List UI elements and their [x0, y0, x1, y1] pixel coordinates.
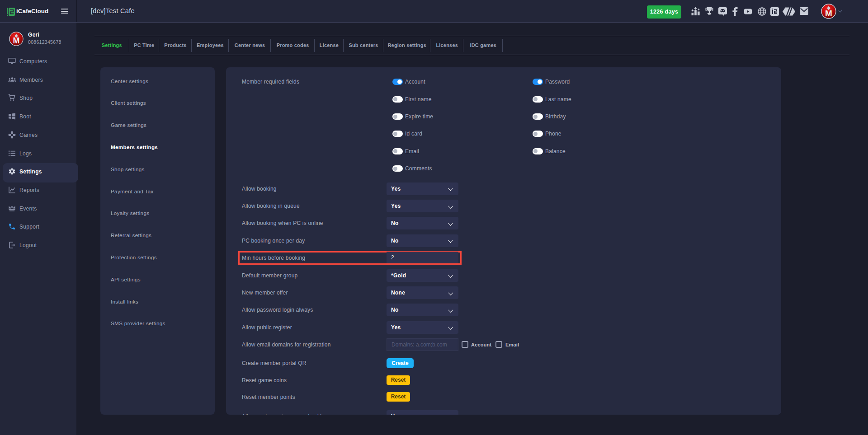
- svg-text:M: M: [825, 9, 832, 18]
- svg-text:M: M: [13, 36, 20, 45]
